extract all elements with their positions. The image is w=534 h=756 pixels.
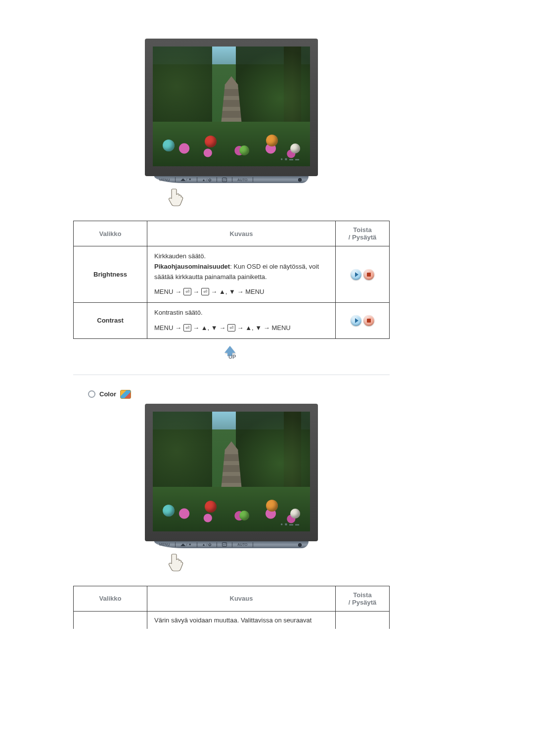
menu-button-label: MENU (159, 178, 170, 182)
power-indicator-icon (298, 543, 302, 547)
col-play: Toista / Pysäytä (336, 221, 390, 246)
bullet-icon (88, 390, 95, 398)
section-title-color: Color (88, 390, 414, 399)
enter-icon: ⏎ (222, 178, 227, 182)
row-color-label (74, 611, 147, 629)
row-contrast-desc: Kontrastin säätö. MENU → ⏎ → , → ⏎ → , →… (147, 303, 336, 339)
col-menu: Valikko (74, 586, 147, 611)
section-title-text: Color (99, 390, 116, 398)
hand-cursor-icon (169, 551, 185, 572)
menu-button-label: MENU (159, 543, 170, 546)
play-button[interactable] (351, 315, 361, 326)
play-button[interactable] (351, 269, 361, 280)
up-arrow-icon (224, 346, 235, 353)
color-table: Valikko Kuvaus Toista / Pysäytä Värin sä… (73, 586, 390, 629)
color-chip-icon (120, 390, 131, 399)
row-brightness-nav: MENU → ⏎ → ⏎ → , → MENU (154, 287, 328, 297)
brightness-down-icon: ◢◣ / ▼ (180, 543, 192, 547)
up-power-icon: ▲ / ⏻ (202, 178, 212, 182)
row-color-actions (336, 611, 390, 629)
monitor-button-bar: MENU ◢◣ / ▼ ▲ / ⏻ ⏎ AUTO (154, 176, 309, 183)
row-contrast-nav: MENU → ⏎ → , → ⏎ → , → MENU (154, 323, 328, 333)
row-brightness-label: Brightness (74, 246, 147, 303)
section-divider (73, 375, 390, 375)
power-indicator-icon (298, 178, 302, 182)
row-contrast-actions (336, 303, 390, 339)
monitor-button-bar: MENU ◢◣ / ▼ ▲ / ⏻ ⏎ AUTO (154, 541, 309, 548)
auto-button-label: AUTO (237, 178, 248, 182)
col-menu: Valikko (74, 221, 147, 246)
monitor-frame: ●■▬▬ (145, 404, 318, 541)
brightness-contrast-table: Valikko Kuvaus Toista / Pysäytä Brightne… (73, 221, 390, 339)
col-desc: Kuvaus (147, 586, 336, 611)
monitor-illustration-2: ●■▬▬ MENU ◢◣ / ▼ ▲ / ⏻ ⏎ AUTO (48, 404, 414, 572)
hand-cursor-icon (169, 186, 185, 207)
monitor-illustration-1: ●■▬▬ MENU ◢◣ / ▼ ▲ / ⏻ ⏎ AUTO (48, 39, 414, 207)
row-brightness-desc: Kirkkauden säätö. Pikaohjausominaisuudet… (147, 246, 336, 303)
up-link[interactable]: UP (48, 346, 414, 360)
up-power-icon: ▲ / ⏻ (202, 543, 212, 546)
stop-button[interactable] (363, 315, 374, 326)
col-play: Toista / Pysäytä (336, 586, 390, 611)
row-color-desc: Värin sävyä voidaan muuttaa. Valittaviss… (147, 611, 336, 629)
up-label: UP (228, 354, 236, 360)
col-desc: Kuvaus (147, 221, 336, 246)
monitor-frame: ●■▬▬ (145, 39, 318, 176)
row-brightness-actions (336, 246, 390, 303)
row-contrast-label: Contrast (74, 303, 147, 339)
brightness-down-icon: ◢◣ / ▼ (180, 178, 192, 182)
auto-button-label: AUTO (237, 543, 248, 546)
monitor-screen: ●■▬▬ (153, 47, 310, 166)
enter-icon: ⏎ (222, 542, 227, 547)
stop-button[interactable] (363, 269, 374, 280)
monitor-screen: ●■▬▬ (153, 412, 310, 531)
